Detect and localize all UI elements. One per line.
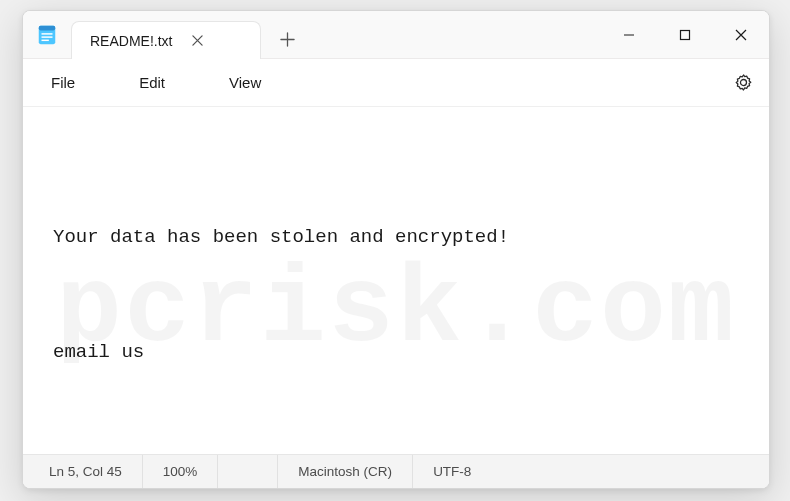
svg-rect-5 [681,30,690,39]
app-icon [23,24,71,46]
statusbar: Ln 5, Col 45 100% Macintosh (CR) UTF-8 [23,454,769,488]
minimize-button[interactable] [601,11,657,58]
menu-edit[interactable]: Edit [121,68,183,97]
watermark-text: pcrisk.com [23,137,769,454]
document-line-3: Dec24hepl@aol.com or Dec24hepl@cyberfear… [53,453,739,454]
document-line-1: Your data has been stolen and encrypted! [53,222,739,252]
settings-button[interactable] [723,63,763,103]
close-icon [735,29,747,41]
status-encoding: UTF-8 [413,455,491,488]
tab-readme[interactable]: README!.txt [71,21,261,59]
tab-close-button[interactable] [186,30,208,52]
tab-title: README!.txt [90,33,172,49]
svg-rect-4 [42,39,49,40]
status-zoom[interactable]: 100% [143,455,219,488]
menu-file[interactable]: File [33,68,93,97]
window-controls [601,11,769,58]
gear-icon [734,73,753,92]
plus-icon [280,32,295,47]
text-editor-area[interactable]: pcrisk.com Your data has been stolen and… [23,107,769,454]
close-window-button[interactable] [713,11,769,58]
tabstrip: README!.txt [71,20,601,58]
svg-rect-1 [39,25,56,30]
menu-view[interactable]: View [211,68,279,97]
svg-rect-2 [42,33,53,34]
document-line-2: email us [53,337,739,367]
svg-rect-3 [42,36,53,37]
menubar: File Edit View [23,59,769,107]
maximize-button[interactable] [657,11,713,58]
minimize-icon [623,29,635,41]
status-spacer [218,455,278,488]
new-tab-button[interactable] [267,20,307,58]
titlebar: README!.txt [23,11,769,59]
notepad-window: README!.txt File Edit View [22,10,770,489]
status-line-ending: Macintosh (CR) [278,455,413,488]
notepad-icon [36,24,58,46]
status-cursor-position: Ln 5, Col 45 [23,455,143,488]
close-icon [192,35,203,46]
maximize-icon [679,29,691,41]
